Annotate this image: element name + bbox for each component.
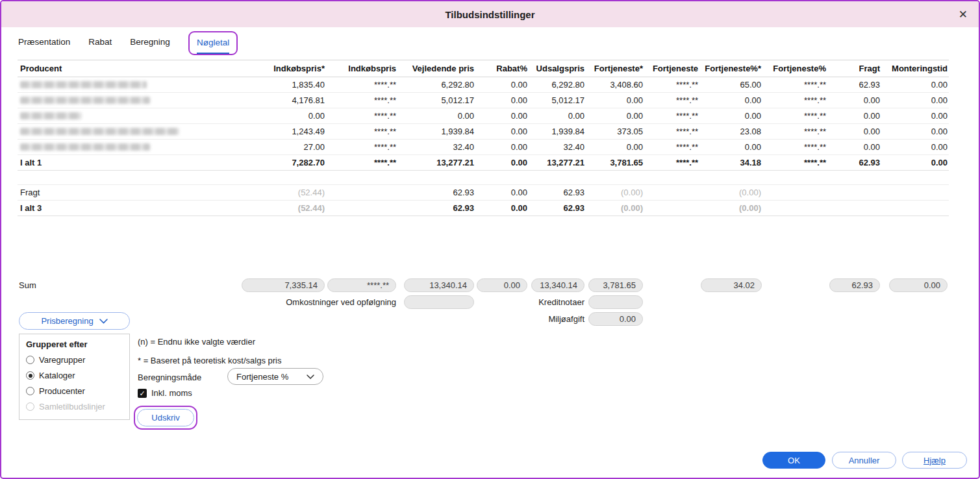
- table-cell: 4,176.81: [183, 93, 326, 108]
- table-cell: ****.**: [762, 93, 827, 108]
- table-cell: [326, 201, 397, 216]
- table-cell: 6,292.80: [397, 77, 475, 93]
- radio-producenter[interactable]: Producenter: [26, 386, 123, 396]
- annuller-button[interactable]: Annuller: [832, 452, 896, 469]
- table-cell: 62.93: [827, 77, 881, 93]
- redacted-producer-name: [20, 81, 147, 88]
- sum-field-udsalgspris: 13,340.14: [531, 278, 584, 292]
- table-cell: 7,282.70: [183, 155, 326, 171]
- table-cell: ****.**: [762, 77, 827, 93]
- radio-circle-disabled-icon: [26, 402, 34, 411]
- table-cell: 373.05: [586, 124, 644, 140]
- column-header: Fortjeneste: [644, 60, 699, 77]
- sum-cell: [762, 276, 827, 293]
- table-cell: 62.93: [529, 185, 586, 201]
- sum-cell: [586, 293, 644, 310]
- table-cell: ****.**: [326, 155, 397, 171]
- table-cell: ****.**: [644, 140, 699, 155]
- radio-label: Producenter: [39, 386, 85, 396]
- table-cell: ****.**: [762, 124, 827, 140]
- table-cell: 0.00: [827, 140, 881, 155]
- beregningsmade-label: Beregningsmåde: [138, 373, 201, 382]
- table-cell: 23.08: [699, 124, 762, 140]
- tilbudsindstillinger-dialog: Tilbudsindstillinger ✕ Præsentation Raba…: [0, 0, 980, 479]
- close-icon[interactable]: ✕: [959, 9, 968, 20]
- tab-rabat[interactable]: Rabat: [88, 32, 112, 53]
- radio-kataloger[interactable]: Kataloger: [26, 371, 123, 380]
- radio-varegrupper[interactable]: Varegrupper: [26, 355, 123, 365]
- column-header: Vejledende pris: [397, 60, 475, 77]
- table-cell: ****.**: [644, 77, 699, 93]
- table-cell: [644, 185, 699, 201]
- sum-field-fortjeneste-pct-star: 34.02: [701, 278, 762, 292]
- sum-cell: 0.00: [881, 276, 949, 293]
- table-cell: ****.**: [326, 108, 397, 124]
- column-header: Indkøbspris: [326, 60, 397, 77]
- table-cell: 0.00: [881, 77, 949, 93]
- column-header: Fortjeneste*: [586, 60, 644, 77]
- table-cell: 0.00: [475, 124, 529, 140]
- table-cell: 0.00: [475, 108, 529, 124]
- table-cell: (52.44): [183, 185, 326, 201]
- kreditnotaer-field[interactable]: [588, 295, 643, 309]
- hjaelp-button[interactable]: Hjælp: [902, 452, 967, 469]
- prisberegning-dropdown-button[interactable]: Prisberegning: [19, 312, 130, 330]
- ok-button[interactable]: OK: [762, 452, 825, 469]
- sum-field-vejledende-pris: 13,340.14: [404, 278, 474, 292]
- table-cell: [18, 124, 183, 140]
- table-cell: ****.**: [326, 140, 397, 155]
- table-cell: ****.**: [326, 93, 397, 108]
- fragt-row: Fragt (52.44) 62.93 0.00 62.93 (0.00) (0…: [18, 185, 949, 201]
- table-cell: 0.00: [397, 108, 475, 124]
- table-cell: [18, 140, 183, 155]
- column-header: Indkøbspris*: [183, 60, 326, 77]
- table-cell: 13,277.21: [397, 155, 475, 171]
- udskriv-button[interactable]: Udskriv: [137, 409, 194, 426]
- miljoafgift-field[interactable]: 0.00: [588, 312, 643, 326]
- radio-samletilbudslinjer: Samletilbudslinjer: [26, 402, 123, 411]
- beregningsmade-value: Fortjeneste %: [236, 372, 288, 382]
- checkbox-checked-icon[interactable]: ✓: [138, 389, 147, 398]
- key-figures-table: Producent Indkøbspris* Indkøbspris Vejle…: [18, 60, 949, 216]
- column-header: Fortjeneste%*: [699, 60, 762, 77]
- table-cell: 0.00: [475, 77, 529, 93]
- table-cell: 6,292.80: [529, 77, 586, 93]
- column-header: Fortjeneste%: [762, 60, 827, 77]
- beregningsmade-select[interactable]: Fortjeneste %: [227, 368, 323, 385]
- chevron-down-icon: [99, 319, 108, 324]
- prisberegning-label: Prisberegning: [41, 316, 93, 326]
- sum-label: Sum: [18, 276, 183, 293]
- table-row: 1,243.49 ****.** 1,939.84 0.00 1,939.84 …: [18, 124, 949, 140]
- sum-cell: 7,335.14: [183, 276, 326, 293]
- table-cell: Fragt: [18, 185, 183, 201]
- inkl-moms-row[interactable]: ✓ Inkl. moms: [138, 388, 192, 398]
- hjaelp-label: Hjælp: [923, 456, 946, 465]
- sum-cell: [644, 293, 949, 310]
- column-header: Udsalgspris: [529, 60, 586, 77]
- table-cell: 3,781.65: [586, 155, 644, 171]
- tab-beregning[interactable]: Beregning: [130, 32, 170, 53]
- chevron-down-icon: [307, 375, 314, 379]
- table-cell: 0.00: [881, 155, 949, 171]
- table-cell: 0.00: [699, 108, 762, 124]
- table-cell: 0.00: [881, 140, 949, 155]
- table-cell: 1,243.49: [183, 124, 326, 140]
- tab-nogletal[interactable]: Nøgletal: [197, 33, 229, 54]
- table-cell: 62.93: [529, 201, 586, 216]
- sum-field-indkobspris: ****.**: [327, 278, 396, 292]
- table-cell: 0.00: [183, 108, 326, 124]
- table-cell: 0.00: [475, 93, 529, 108]
- table-cell: ****.**: [326, 77, 397, 93]
- total3-row: I alt 3 (52.44) 62.93 0.00 62.93 (0.00) …: [18, 201, 949, 216]
- table-cell: 1,835.40: [183, 77, 326, 93]
- sum-cell: 13,340.14: [529, 276, 586, 293]
- omkostninger-field[interactable]: [404, 295, 474, 309]
- table-cell: I alt 3: [18, 201, 183, 216]
- table-cell: [827, 185, 881, 201]
- column-header: Fragt: [827, 60, 881, 77]
- table-cell: [644, 201, 699, 216]
- table-cell: [762, 201, 827, 216]
- table-cell: (0.00): [699, 201, 762, 216]
- table-cell: 1,939.84: [529, 124, 586, 140]
- tab-praesentation[interactable]: Præsentation: [18, 32, 70, 53]
